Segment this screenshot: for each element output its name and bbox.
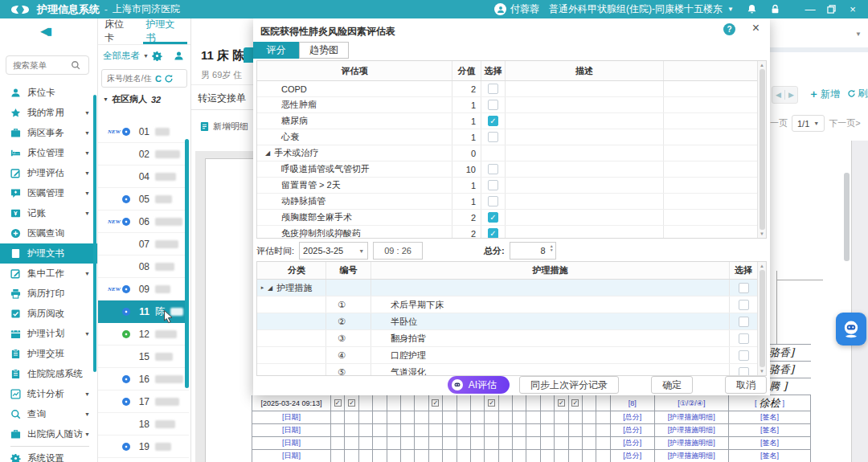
checkbox[interactable]: [739, 350, 749, 361]
scroll-down-icon[interactable]: ▼: [760, 369, 764, 374]
scrollbar-thumb[interactable]: [844, 173, 850, 261]
sidebar-item-nursing-assessment[interactable]: 护理评估▼: [0, 163, 97, 183]
expand-icon[interactable]: ◢: [265, 149, 270, 157]
scroll-down-icon[interactable]: ▼: [760, 231, 764, 236]
sidebar-item-order-query[interactable]: 医嘱查询: [0, 223, 97, 243]
sidebar-item-billing[interactable]: 记账▼: [0, 203, 97, 223]
add-detail-button[interactable]: 新增明细: [199, 121, 248, 133]
expand-icon[interactable]: ◢: [268, 284, 272, 292]
sidebar-item-record-print[interactable]: 病历打印: [0, 284, 97, 304]
arrow-left-icon[interactable]: ◀: [776, 91, 781, 99]
sidebar-item-nursing-plan[interactable]: 护理计划▼: [0, 324, 97, 344]
checkbox[interactable]: [739, 300, 749, 310]
scroll-up-icon[interactable]: ▲: [760, 63, 764, 67]
arrow-right-icon[interactable]: ▶: [788, 91, 794, 99]
confirm-button[interactable]: 确定: [651, 376, 693, 394]
sidebar-item-order-management[interactable]: 医嘱管理▼: [0, 183, 97, 203]
sidebar-search[interactable]: [6, 55, 89, 75]
sidebar-item-statistics[interactable]: 统计分析▼: [0, 384, 97, 404]
patient-row[interactable]: NEW06: [98, 211, 189, 233]
refresh-button[interactable]: 刷新: [847, 87, 868, 100]
patient-row[interactable]: 19: [98, 435, 189, 458]
sidebar-item-bed-management[interactable]: 床位管理▼: [0, 143, 97, 163]
checkbox[interactable]: [739, 333, 749, 344]
assessment-date-select[interactable]: 2025-3-25▼: [299, 242, 368, 260]
sidebar-item-bed-card[interactable]: 床位卡: [0, 83, 97, 103]
refresh-icon[interactable]: [164, 74, 174, 84]
chevron-down-icon[interactable]: ▼: [143, 53, 149, 59]
checkbox[interactable]: [488, 180, 498, 190]
vertical-scrollbar[interactable]: ▲▼: [757, 61, 766, 238]
sidebar-item-ward-affairs[interactable]: 病区事务▼: [0, 123, 97, 143]
patient-row[interactable]: 18: [98, 413, 189, 435]
page-select[interactable]: 1/1▼: [792, 115, 825, 132]
user-name[interactable]: 付蓉蓉: [510, 2, 539, 16]
tab-bed-card[interactable]: 床位卡: [98, 18, 140, 44]
add-button[interactable]: ＋新增: [809, 87, 840, 101]
sidebar-collapse-icon[interactable]: ◀▮: [40, 25, 51, 37]
doc-tab-scroll-arrows[interactable]: ◀▶: [772, 86, 798, 104]
patient-filter-label[interactable]: 全部患者: [103, 50, 140, 62]
vertical-scrollbar[interactable]: ▲▼: [757, 262, 766, 375]
checkbox[interactable]: [739, 317, 749, 327]
checkbox[interactable]: [739, 367, 749, 377]
patient-row[interactable]: 17: [98, 390, 189, 413]
patient-row[interactable]: 11陈: [98, 301, 189, 323]
chevron-down-icon[interactable]: ▼: [855, 31, 862, 38]
minimize-button[interactable]: —: [805, 3, 816, 15]
patient-row[interactable]: 15: [98, 345, 189, 368]
sidebar-item-system-settings[interactable]: 系统设置: [0, 448, 97, 462]
checkbox[interactable]: [488, 132, 498, 142]
tab-trend-chart[interactable]: 趋势图: [299, 42, 349, 59]
patient-row[interactable]: 16: [98, 368, 189, 390]
add-person-icon[interactable]: [174, 51, 184, 61]
assessment-time-input[interactable]: 09 : 26: [373, 242, 423, 260]
patient-list-scrollbar[interactable]: [185, 139, 189, 388]
scrollbar-thumb[interactable]: [760, 270, 765, 367]
sync-last-score-button[interactable]: 同步上次评分记录: [519, 376, 619, 394]
tab-nursing-documents[interactable]: 护理文书: [140, 18, 190, 44]
patient-search[interactable]: C: [101, 69, 187, 88]
checkbox[interactable]: ✓: [488, 212, 498, 223]
scroll-up-icon[interactable]: ▲: [760, 264, 764, 268]
patient-row[interactable]: 07: [98, 233, 189, 256]
sidebar-item-record-review[interactable]: 病历阅改: [0, 304, 97, 324]
checkbox[interactable]: ✓: [488, 228, 498, 239]
total-score-stepper[interactable]: 8▲▼: [510, 242, 556, 260]
checkbox[interactable]: [488, 84, 498, 94]
clear-button[interactable]: C: [155, 74, 162, 84]
chevron-down-icon[interactable]: ▼: [727, 6, 734, 13]
ai-assess-button[interactable]: AI评估: [448, 376, 510, 394]
ai-assistant-button[interactable]: [836, 313, 866, 345]
sidebar-scrollbar[interactable]: [93, 95, 96, 372]
close-button[interactable]: ×: [847, 3, 858, 15]
patient-row[interactable]: 02: [98, 143, 189, 166]
patient-search-input[interactable]: [105, 73, 155, 84]
patient-group-header[interactable]: ▼ 在区病人 32: [98, 90, 190, 108]
sidebar-item-shift-handover[interactable]: 护理交班: [0, 344, 97, 364]
close-icon[interactable]: ×: [752, 21, 760, 35]
patient-row[interactable]: 05: [98, 188, 189, 211]
patient-row[interactable]: 04: [98, 166, 189, 188]
doc-tab-transfer[interactable]: 转运交接单: [198, 92, 246, 105]
sidebar-item-query[interactable]: 查询▼: [0, 404, 97, 424]
checkbox[interactable]: [488, 164, 498, 174]
sidebar-item-central-work[interactable]: 集中工作▼: [0, 264, 97, 284]
patient-row[interactable]: 08: [98, 256, 189, 278]
scrollbar-thumb[interactable]: [760, 69, 765, 230]
sidebar-item-discharge-followup[interactable]: 出院病人随访▼: [0, 424, 97, 444]
cancel-button[interactable]: 取消: [725, 376, 767, 394]
department-name[interactable]: 普通外科甲状腺组(住院)-同康楼十五楼东: [549, 2, 723, 16]
sidebar-item-infection-system[interactable]: 住院院感系统: [0, 364, 97, 384]
checkbox[interactable]: [739, 283, 749, 293]
patient-row[interactable]: 12: [98, 323, 189, 345]
lock-icon[interactable]: [770, 4, 780, 14]
restore-button[interactable]: [827, 5, 836, 14]
checkbox[interactable]: ✓: [488, 116, 498, 126]
bell-icon[interactable]: [747, 4, 757, 14]
gear-icon[interactable]: [152, 51, 162, 61]
sidebar-search-input[interactable]: [11, 59, 71, 71]
checkbox[interactable]: [488, 100, 498, 110]
prev-page-button[interactable]: 一页: [770, 117, 788, 129]
checkbox[interactable]: [488, 196, 498, 206]
